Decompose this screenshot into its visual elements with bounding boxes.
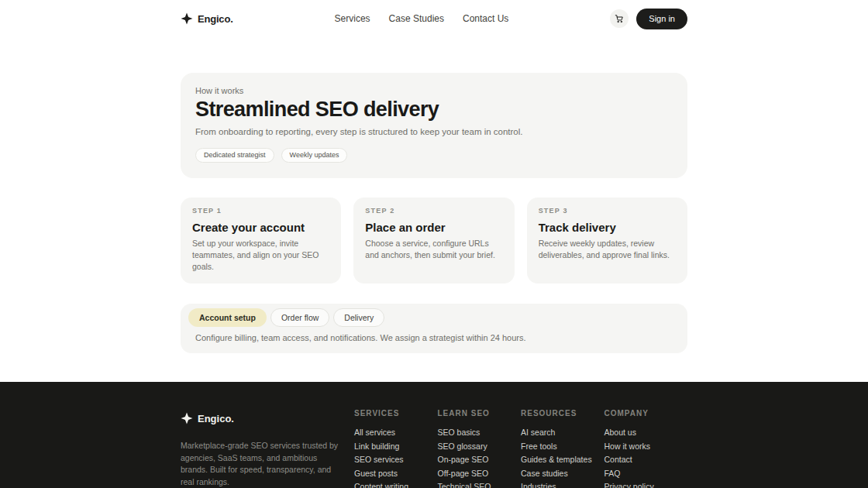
hero-card: How it works Streamlined SEO delivery Fr… (181, 73, 687, 178)
header-actions: Sign in (610, 9, 687, 29)
nav-item-services[interactable]: Services (335, 13, 370, 24)
hero-eyebrow: How it works (195, 86, 673, 95)
step-title: Place an order (365, 221, 502, 234)
footer-column-title: SERVICES (354, 409, 438, 418)
main-nav: Services Case Studies Contact Us (335, 13, 509, 24)
tabs-row: Account setup Order flow Delivery (188, 308, 680, 328)
step-body: Receive weekly updates, review deliverab… (539, 238, 676, 261)
step-label: STEP 3 (539, 207, 676, 215)
tabs-card: Account setup Order flow Delivery Config… (181, 304, 687, 354)
footer-column-title: COMPANY (604, 409, 688, 418)
step-card-2: STEP 2 Place an order Choose a service, … (353, 198, 514, 284)
tab-panel-description: Configure billing, team access, and noti… (188, 333, 680, 342)
step-body: Set up your workspace, invite teammates,… (192, 238, 329, 273)
step-title: Track delivery (539, 221, 676, 234)
footer-link-link-building[interactable]: Link building (354, 440, 438, 454)
hero-subtitle: From onboarding to reporting, every step… (195, 127, 673, 136)
tab-delivery[interactable]: Delivery (333, 308, 384, 328)
page-title: Streamlined SEO delivery (195, 98, 673, 122)
cart-icon (615, 14, 624, 23)
header-logo[interactable]: Engico. (181, 12, 233, 25)
hero-tag-weekly-updates: Weekly updates (281, 148, 348, 163)
footer-column-company: COMPANY About us How it works Contact FA… (604, 407, 688, 488)
footer-link-privacy-policy[interactable]: Privacy policy (604, 480, 688, 488)
footer-brand-block: Engico. Marketplace-grade SEO services t… (181, 407, 339, 488)
nav-item-contact-us[interactable]: Contact Us (463, 13, 508, 24)
footer-link-how-it-works[interactable]: How it works (604, 440, 688, 454)
footer-link-contact[interactable]: Contact (604, 453, 688, 467)
hero-tags: Dedicated strategist Weekly updates (195, 148, 673, 163)
nav-item-case-studies[interactable]: Case Studies (389, 13, 444, 24)
footer-column-title: LEARN SEO (438, 409, 522, 418)
hero-tag-dedicated-strategist: Dedicated strategist (195, 148, 274, 163)
footer-link-about-us[interactable]: About us (604, 426, 688, 440)
footer-link-faq[interactable]: FAQ (604, 467, 688, 481)
footer-link-technical-seo[interactable]: Technical SEO (438, 480, 522, 488)
sign-in-button[interactable]: Sign in (636, 9, 687, 29)
logo-text: Engico. (198, 13, 233, 25)
footer-logo-icon (181, 412, 193, 424)
footer-link-case-studies[interactable]: Case studies (521, 467, 604, 481)
step-label: STEP 2 (365, 207, 502, 215)
cart-button[interactable] (610, 9, 629, 28)
logo-icon (181, 12, 193, 25)
footer-link-all-services[interactable]: All services (354, 426, 438, 440)
footer-link-ai-search[interactable]: AI search (521, 426, 604, 440)
tab-account-setup[interactable]: Account setup (188, 308, 267, 328)
tab-order-flow[interactable]: Order flow (270, 308, 329, 328)
footer-description: Marketplace-grade SEO services trusted b… (181, 440, 339, 488)
main-content: How it works Streamlined SEO delivery Fr… (181, 73, 687, 353)
footer-link-industries[interactable]: Industries (521, 480, 604, 488)
step-body: Choose a service, configure URLs and anc… (365, 238, 502, 261)
step-title: Create your account (192, 221, 329, 234)
footer-link-content-writing[interactable]: Content writing (354, 480, 438, 488)
footer-link-guest-posts[interactable]: Guest posts (354, 467, 438, 481)
footer-link-off-page-seo[interactable]: Off-page SEO (438, 467, 522, 481)
footer-link-on-page-seo[interactable]: On-page SEO (438, 453, 522, 467)
footer-link-guides-templates[interactable]: Guides & templates (521, 453, 604, 467)
site-header: Engico. Services Case Studies Contact Us… (0, 0, 868, 37)
footer-logo[interactable]: Engico. (181, 412, 339, 424)
footer-column-learn-seo: LEARN SEO SEO basics SEO glossary On-pag… (438, 407, 522, 488)
footer-column-resources: RESOURCES AI search Free tools Guides & … (521, 407, 604, 488)
footer-link-seo-services[interactable]: SEO services (354, 453, 438, 467)
step-card-1: STEP 1 Create your account Set up your w… (181, 198, 341, 284)
step-label: STEP 1 (192, 207, 329, 215)
site-footer: Engico. Marketplace-grade SEO services t… (0, 382, 868, 488)
step-card-3: STEP 3 Track delivery Receive weekly upd… (527, 198, 687, 284)
footer-link-seo-glossary[interactable]: SEO glossary (438, 440, 522, 454)
footer-link-seo-basics[interactable]: SEO basics (438, 426, 522, 440)
footer-column-title: RESOURCES (521, 409, 604, 418)
footer-link-free-tools[interactable]: Free tools (521, 440, 604, 454)
footer-column-services: SERVICES All services Link building SEO … (354, 407, 438, 488)
steps-row: STEP 1 Create your account Set up your w… (181, 198, 687, 284)
footer-logo-text: Engico. (198, 413, 234, 424)
